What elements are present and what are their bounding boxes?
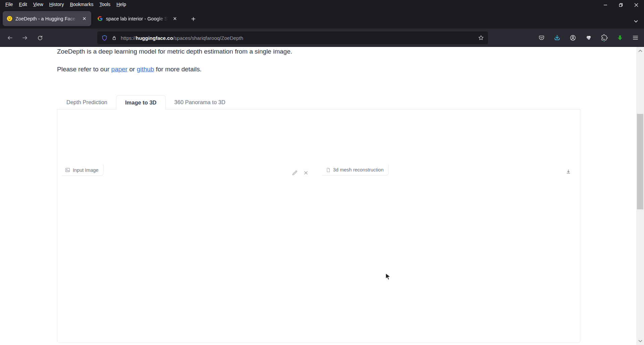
back-button[interactable] xyxy=(5,33,15,43)
reload-button[interactable] xyxy=(35,33,45,43)
new-tab-button[interactable] xyxy=(188,13,199,24)
edit-image-button[interactable] xyxy=(291,169,298,177)
lock-icon xyxy=(111,35,117,41)
url-bar[interactable]: https://huggingface.co/spaces/shariqfaro… xyxy=(97,31,488,44)
back-icon xyxy=(7,35,13,41)
green-arrow-icon xyxy=(617,34,623,41)
ghost-blob-icon xyxy=(585,34,592,41)
downloader-extension-button[interactable] xyxy=(617,34,623,41)
intro-text: ZoeDepth is a deep learning model for me… xyxy=(57,48,292,55)
google-favicon xyxy=(97,16,103,21)
ghostery-extension-button[interactable] xyxy=(585,34,592,41)
github-link[interactable]: github xyxy=(137,66,154,73)
tab-360-panorama-to-3d[interactable]: 360 Panorama to 3D xyxy=(166,95,234,110)
tab-close-button[interactable] xyxy=(171,15,178,22)
refer-text: Please refer to our paper or github for … xyxy=(57,66,202,73)
browser-tab-google-search[interactable]: space lab interior - Google Sea xyxy=(93,11,182,26)
forward-icon xyxy=(22,35,28,41)
download-mesh-button[interactable] xyxy=(565,168,572,175)
puzzle-icon xyxy=(601,34,608,42)
tab-title: ZoeDepth - a Hugging Face Sp xyxy=(15,16,77,21)
menu-file[interactable]: File xyxy=(3,1,16,8)
restore-icon xyxy=(619,3,623,7)
tab-close-button[interactable] xyxy=(80,15,88,22)
downloads-icon xyxy=(554,34,560,41)
pocket-button[interactable] xyxy=(538,34,545,41)
reload-icon xyxy=(37,35,43,41)
paper-link[interactable]: paper xyxy=(111,66,128,73)
toolbar-extensions xyxy=(538,28,639,47)
list-all-tabs-button[interactable] xyxy=(631,16,641,26)
gradio-tab-list: Depth Prediction Image to 3D 360 Panoram… xyxy=(58,95,234,110)
page-content: ZoeDepth is a deep learning model for me… xyxy=(0,47,644,345)
url-text: https://huggingface.co/spaces/shariqfaro… xyxy=(121,35,243,41)
app-menu-button[interactable] xyxy=(632,34,639,41)
tab-depth-prediction[interactable]: Depth Prediction xyxy=(58,95,116,110)
scroll-up-arrow[interactable] xyxy=(636,48,644,54)
forward-button[interactable] xyxy=(20,33,30,43)
bookmark-star-button[interactable] xyxy=(478,35,484,41)
menu-view[interactable]: View xyxy=(31,1,46,8)
scrollbar-thumb[interactable] xyxy=(637,114,643,209)
navigation-toolbar: https://huggingface.co/spaces/shariqfaro… xyxy=(0,28,644,47)
menu-edit[interactable]: Edit xyxy=(16,1,30,8)
scroll-down-arrow[interactable] xyxy=(636,338,644,344)
pocket-icon xyxy=(538,34,545,41)
close-icon xyxy=(173,16,177,21)
close-icon xyxy=(82,16,87,21)
hugging-face-favicon xyxy=(7,16,12,21)
extensions-button[interactable] xyxy=(601,34,608,42)
minimize-icon xyxy=(603,3,608,7)
chevron-up-icon xyxy=(638,50,642,52)
tab-image-to-3d[interactable]: Image to 3D xyxy=(116,95,166,110)
tab-title: space lab interior - Google Sea xyxy=(106,16,168,21)
tab-bar: ZoeDepth - a Hugging Face Sp space lab i… xyxy=(0,8,644,28)
account-button[interactable] xyxy=(570,34,576,41)
chevron-down-icon xyxy=(638,340,642,342)
page-scrollbar[interactable] xyxy=(636,47,644,345)
input-image-label: Input Image xyxy=(61,164,104,176)
image-icon xyxy=(65,167,70,173)
close-icon xyxy=(303,170,309,176)
url-domain: huggingface.co xyxy=(136,35,173,41)
plus-icon xyxy=(191,16,196,21)
downloads-button[interactable] xyxy=(554,34,560,41)
browser-tab-zoedepth[interactable]: ZoeDepth - a Hugging Face Sp xyxy=(3,11,91,26)
shield-icon xyxy=(101,35,108,41)
menu-bookmarks[interactable]: Bookmarks xyxy=(67,1,96,8)
clear-image-button[interactable] xyxy=(302,169,310,177)
menu-help[interactable]: Help xyxy=(114,1,129,8)
chevron-down-icon xyxy=(633,18,639,24)
menu-tools[interactable]: Tools xyxy=(97,1,113,8)
download-icon xyxy=(566,169,571,175)
star-icon xyxy=(478,35,484,41)
menu-bar: File Edit View History Bookmarks Tools H… xyxy=(0,0,644,8)
edit-icon xyxy=(291,170,298,176)
image-toolbar xyxy=(289,168,311,177)
tab-panel-image-to-3d xyxy=(57,109,580,343)
account-icon xyxy=(570,34,576,41)
output-mesh-label: 3d mesh reconstruction xyxy=(322,164,389,176)
file-icon xyxy=(326,167,331,172)
close-icon xyxy=(634,3,639,7)
menu-history[interactable]: History xyxy=(47,1,67,8)
hamburger-menu-icon xyxy=(632,34,639,41)
